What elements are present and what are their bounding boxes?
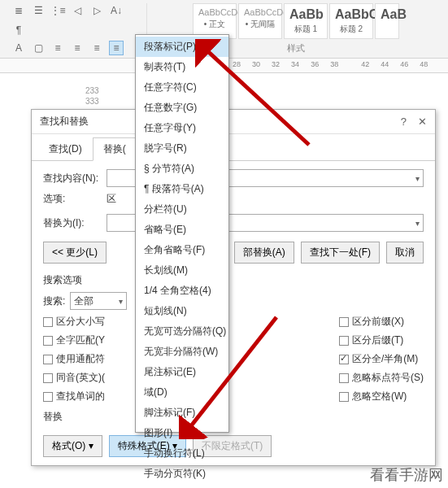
- checkbox-忽略标点符号(S)[interactable]: 忽略标点符号(S): [339, 371, 424, 385]
- menu-item[interactable]: § 分节符(A): [136, 159, 228, 179]
- style-nospacing[interactable]: AaBbCcDd• 无间隔: [238, 3, 282, 39]
- format-button[interactable]: 格式(O) ▾: [43, 435, 102, 457]
- chevron-down-icon[interactable]: ▾: [415, 174, 420, 183]
- watermark: 看看手游网: [370, 465, 443, 485]
- checkbox-icon: [339, 355, 349, 364]
- checkbox-使用通配符[interactable]: 使用通配符: [43, 352, 105, 366]
- find-label: 查找内容(N):: [43, 172, 102, 185]
- less-button[interactable]: << 更少(L): [43, 242, 107, 264]
- checkbox-icon: [43, 336, 53, 346]
- menu-item[interactable]: 省略号(E): [136, 220, 228, 240]
- annotation-arrow-top: [195, 39, 317, 153]
- checkbox-icon: [339, 317, 349, 327]
- menu-item[interactable]: 手动换行符(L): [136, 443, 228, 464]
- checkbox-区分全/半角(M)[interactable]: 区分全/半角(M): [339, 352, 424, 366]
- close-icon[interactable]: ✕: [418, 115, 427, 128]
- svg-line-0: [203, 47, 309, 145]
- search-direction-select[interactable]: 全部 ▾: [70, 292, 127, 310]
- menu-item[interactable]: 分栏符(U): [136, 199, 228, 220]
- align-left-icon[interactable]: ≡: [50, 41, 65, 55]
- dialog-title-text: 查找和替换: [40, 115, 89, 129]
- chevron-down-icon[interactable]: ▾: [119, 297, 123, 306]
- replace-label: 替换为(I):: [43, 216, 102, 230]
- checkbox-icon: [339, 392, 349, 402]
- checkbox-忽略空格(W)[interactable]: 忽略空格(W): [339, 390, 424, 403]
- menu-item[interactable]: 全角省略号(F): [136, 240, 228, 260]
- replace-all-button[interactable]: 部替换(A): [234, 242, 294, 264]
- align-right-icon[interactable]: ≡: [89, 41, 104, 55]
- indent-right-icon[interactable]: ▷: [89, 3, 104, 18]
- options-label: 选项:: [43, 192, 102, 206]
- cancel-button[interactable]: 取消: [386, 242, 424, 264]
- highlight-icon[interactable]: ▢: [31, 41, 46, 55]
- svg-line-1: [187, 317, 276, 431]
- paragraph-group: ≣ ☰ ⋮≡ ◁ ▷ A↓ ¶ A ▢ ≡ ≡ ≡ ≡ ↕ ▦ ⊞: [7, 3, 147, 54]
- checkbox-icon: [43, 355, 53, 364]
- multilevel-icon[interactable]: ⋮≡: [50, 3, 65, 18]
- tab-replace[interactable]: 替换(: [93, 137, 137, 161]
- sort-icon[interactable]: A↓: [109, 3, 124, 18]
- options-value: 区: [107, 192, 116, 206]
- align-justify-icon[interactable]: ≡: [109, 41, 124, 55]
- align-center-icon[interactable]: ≡: [70, 41, 85, 55]
- help-icon[interactable]: ?: [401, 115, 407, 128]
- search-options-label: 搜索选项: [43, 273, 424, 287]
- checkbox-icon: [43, 373, 53, 383]
- menu-item[interactable]: 1/4 全角空格(4): [136, 281, 228, 301]
- style-heading1[interactable]: AaBb标题 1: [284, 3, 328, 39]
- menu-item[interactable]: ¶ 段落符号(A): [136, 179, 228, 199]
- menu-item[interactable]: 不间断连字符(H): [136, 484, 228, 488]
- checkbox-查找单词的[interactable]: 查找单词的: [43, 390, 105, 403]
- checkbox-区分前缀(X)[interactable]: 区分前缀(X): [339, 315, 424, 329]
- document-text: 233 333: [85, 85, 99, 107]
- checkbox-icon: [43, 317, 53, 327]
- checkbox-区分大小写[interactable]: 区分大小写: [43, 315, 105, 329]
- checkbox-icon: [43, 392, 53, 402]
- annotation-arrow-bottom: [179, 309, 285, 439]
- search-label: 搜索:: [43, 294, 65, 308]
- checkbox-icon: [339, 373, 349, 383]
- bullets-icon[interactable]: ≣: [11, 3, 26, 18]
- chevron-down-icon[interactable]: ▾: [415, 219, 420, 228]
- checkbox-icon: [339, 336, 349, 346]
- tab-find[interactable]: 查找(D): [38, 137, 93, 160]
- menu-item[interactable]: 手动分页符(K): [136, 464, 228, 484]
- font-color-icon[interactable]: A: [11, 41, 26, 55]
- showmarks-icon[interactable]: ¶: [11, 23, 26, 37]
- checkbox-同音(英文)([interactable]: 同音(英文)(: [43, 371, 105, 385]
- style-heading2[interactable]: AaBbC标题 2: [329, 3, 373, 39]
- checkbox-全字匹配(Y[interactable]: 全字匹配(Y: [43, 333, 105, 347]
- numbering-icon[interactable]: ☰: [31, 3, 46, 18]
- menu-item[interactable]: 长划线(M): [136, 260, 228, 281]
- indent-left-icon[interactable]: ◁: [70, 3, 85, 18]
- checkbox-区分后缀(T)[interactable]: 区分后缀(T): [339, 333, 424, 347]
- style-more[interactable]: AaB: [375, 3, 399, 39]
- find-next-button[interactable]: 查找下一处(F): [301, 242, 380, 264]
